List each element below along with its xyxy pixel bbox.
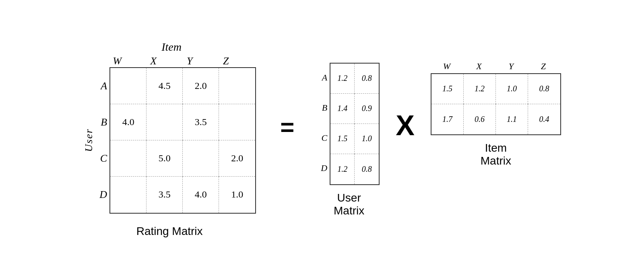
- rating-matrix-body: User A B C D 4.5 2.0 4.0: [83, 67, 256, 214]
- table-row: [110, 177, 147, 213]
- list-item: 0.4: [528, 104, 560, 134]
- rating-col-w: W: [99, 55, 135, 67]
- rating-row-c: C: [97, 140, 109, 177]
- user-row-c: C: [318, 123, 330, 153]
- table-row: 4.0: [110, 104, 147, 140]
- table-row: [219, 104, 255, 140]
- user-matrix-wrapper: A B C D 1.2 0.8 1.4 0.9 1.5 1.0 1.2 0.8: [318, 61, 380, 185]
- user-row-a: A: [318, 63, 330, 93]
- table-row: [147, 104, 183, 140]
- user-matrix-section: A B C D 1.2 0.8 1.4 0.9 1.5 1.0 1.2 0.8: [318, 61, 380, 217]
- list-item: 0.8: [355, 64, 379, 94]
- table-row: 1.0: [219, 177, 255, 213]
- user-matrix-label: UserMatrix: [334, 192, 364, 217]
- table-row: 5.0: [147, 140, 183, 177]
- item-col-z: Z: [527, 61, 559, 72]
- list-item: 1.1: [496, 104, 528, 134]
- table-row: [110, 68, 147, 104]
- list-item: 0.6: [464, 104, 496, 134]
- list-item: 1.5: [431, 74, 464, 104]
- rating-row-a: A: [97, 68, 109, 104]
- rating-col-y: Y: [171, 55, 208, 67]
- list-item: 0.8: [355, 154, 379, 184]
- item-matrix-label: ItemMatrix: [481, 142, 511, 167]
- user-matrix-grid: 1.2 0.8 1.4 0.9 1.5 1.0 1.2 0.8: [330, 63, 380, 185]
- main-container: Item W X Y Z User A B C D: [75, 33, 569, 246]
- rating-row-b: B: [97, 104, 109, 140]
- table-row: 4.5: [147, 68, 183, 104]
- list-item: 1.7: [431, 104, 464, 134]
- right-matrices: A B C D 1.2 0.8 1.4 0.9 1.5 1.0 1.2 0.8: [318, 61, 561, 217]
- user-row-d: D: [318, 153, 330, 183]
- table-row: [110, 140, 147, 177]
- rating-col-z: Z: [208, 55, 244, 67]
- item-col-w: W: [431, 61, 463, 72]
- user-row-labels: A B C D: [318, 63, 330, 185]
- list-item: 1.2: [330, 64, 355, 94]
- item-col-x: X: [463, 61, 495, 72]
- user-axis-label: User: [83, 128, 95, 152]
- list-item: 1.2: [330, 154, 355, 184]
- list-item: 1.4: [330, 94, 355, 124]
- table-row: 2.0: [219, 140, 255, 177]
- item-col-y: Y: [495, 61, 527, 72]
- rating-matrix-section: Item W X Y Z User A B C D: [83, 41, 256, 238]
- multiply-operator: X: [392, 109, 419, 142]
- table-row: 3.5: [147, 177, 183, 213]
- list-item: 0.8: [528, 74, 560, 104]
- table-row: 2.0: [183, 68, 219, 104]
- table-row: 3.5: [183, 104, 219, 140]
- rating-col-headers: W X Y Z: [99, 55, 244, 67]
- rating-matrix-label: Rating Matrix: [136, 225, 203, 238]
- item-col-header-row: W X Y Z: [431, 61, 559, 72]
- rating-row-labels: A B C D: [97, 68, 109, 213]
- rating-row-label-container: User A B C D: [83, 67, 109, 214]
- table-row: [219, 68, 255, 104]
- item-axis-label: Item: [99, 41, 244, 54]
- table-row: [183, 140, 219, 177]
- user-row-b: B: [318, 93, 330, 123]
- table-row: 4.0: [183, 177, 219, 213]
- rating-matrix-grid: 4.5 2.0 4.0 3.5 5.0 2.0 3.5 4.0: [109, 67, 256, 214]
- user-matrix-body: A B C D 1.2 0.8 1.4 0.9 1.5 1.0 1.2 0.8: [318, 63, 380, 185]
- equals-operator: =: [272, 113, 302, 141]
- rating-row-d: D: [97, 177, 109, 213]
- list-item: 1.2: [464, 74, 496, 104]
- rating-col-x: X: [135, 55, 171, 67]
- list-item: 0.9: [355, 94, 379, 124]
- list-item: 1.5: [330, 124, 355, 154]
- list-item: 1.0: [355, 124, 379, 154]
- item-matrix-grid: 1.5 1.2 1.0 0.8 1.7 0.6 1.1 0.4: [431, 73, 561, 135]
- rating-matrix-wrapper: Item W X Y Z User A B C D: [83, 41, 256, 214]
- list-item: 1.0: [496, 74, 528, 104]
- item-matrix-section: W X Y Z 1.5 1.2 1.0 0.8 1.7 0.6 1.1 0.4 …: [431, 61, 561, 167]
- item-matrix-wrapper: W X Y Z 1.5 1.2 1.0 0.8 1.7 0.6 1.1 0.4: [431, 61, 561, 135]
